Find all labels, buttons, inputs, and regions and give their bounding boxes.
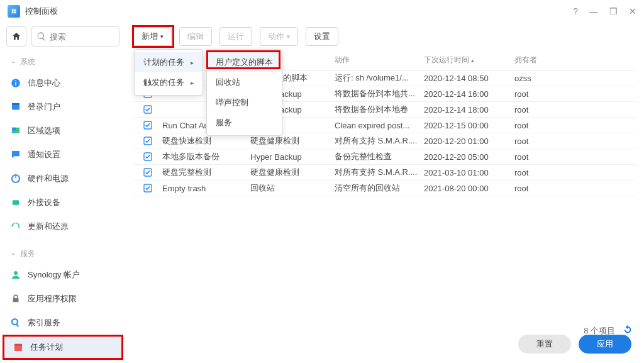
sidebar-item-info-center[interactable]: 信息中心 xyxy=(0,71,126,95)
cell-action: 对所有支持 S.M.A.R.... xyxy=(335,135,424,147)
sidebar-item-index-service[interactable]: 索引服务 xyxy=(0,311,126,335)
edit-button[interactable]: 编辑 xyxy=(179,27,212,46)
svg-rect-0 xyxy=(11,9,17,14)
globe-icon xyxy=(10,125,21,137)
cell-time: 2021-08-20 00:00 xyxy=(424,184,514,193)
sidebar-item-update-restore[interactable]: 更新和还原 xyxy=(0,215,126,238)
action-button[interactable]: 动作▾ xyxy=(260,27,298,46)
cell-time: 2020-12-20 01:00 xyxy=(424,137,514,146)
home-icon xyxy=(11,31,21,42)
dropdown-item-scheduled[interactable]: 计划的任务 ▸ xyxy=(135,52,203,72)
cell-owner: ozss xyxy=(514,74,565,83)
svg-rect-9 xyxy=(12,103,19,105)
new-button[interactable]: 新增▾ xyxy=(133,27,172,46)
scheduled-submenu: 用户定义的脚本 回收站 哔声控制 服务 xyxy=(206,49,282,136)
help-icon[interactable]: ? xyxy=(573,6,578,16)
cell-owner: root xyxy=(514,89,565,99)
cell-action: 对所有支持 S.M.A.R.... xyxy=(335,167,424,178)
sidebar-item-label: 登录门户 xyxy=(28,101,60,113)
portal-icon xyxy=(10,101,21,113)
cell-task: 本地多版本备份 xyxy=(162,151,250,162)
sidebar-item-synology-account[interactable]: Synology 帐户 xyxy=(0,263,126,287)
power-icon xyxy=(10,173,21,184)
cell-owner: root xyxy=(514,168,565,177)
submenu-item-service[interactable]: 服务 xyxy=(207,113,282,133)
svg-rect-11 xyxy=(12,128,16,131)
cell-action: Clean expired post... xyxy=(335,121,424,130)
sidebar-item-app-privileges[interactable]: 应用程序权限 xyxy=(0,287,126,311)
dropdown-item-triggered[interactable]: 触发的任务 ▸ xyxy=(135,72,203,92)
submenu-item-beep[interactable]: 哔声控制 xyxy=(207,92,282,113)
chevron-up-icon xyxy=(10,59,16,65)
checkbox-icon[interactable] xyxy=(143,104,153,114)
table-row[interactable]: Empty trash回收站清空所有的回收站2021-08-20 00:00ro… xyxy=(133,181,636,196)
run-button[interactable]: 运行 xyxy=(219,27,252,46)
cell-action: 将数据备份到本地卷 xyxy=(335,104,424,115)
submenu-item-recycle[interactable]: 回收站 xyxy=(207,72,282,92)
checkbox-icon[interactable] xyxy=(143,152,153,162)
col-action[interactable]: 动作 xyxy=(335,55,424,65)
cell-action: 运行: sh /volume1/... xyxy=(335,72,424,84)
minimize-icon[interactable]: — xyxy=(589,6,598,16)
svg-rect-16 xyxy=(13,298,19,303)
bottom-bar: 重置 应用 xyxy=(518,335,631,354)
sidebar-section-system[interactable]: 系统 xyxy=(0,53,126,71)
reset-button[interactable]: 重置 xyxy=(518,335,571,354)
task-table: 任务 应用程序 动作 下次运行时间▴ 拥有者 用户定义的脚本运行: sh /vo… xyxy=(126,50,644,196)
cell-time: 2020-12-14 08:50 xyxy=(424,74,514,83)
sidebar-item-label: 索引服务 xyxy=(28,317,60,328)
sidebar-item-label: Synology 帐户 xyxy=(28,269,80,281)
sidebar: 系统 信息中心 登录门户 区域选项 通知设置 硬件和电源 xyxy=(0,50,126,362)
sidebar-item-login-portal[interactable]: 登录门户 xyxy=(0,95,126,119)
sidebar-item-hardware-power[interactable]: 硬件和电源 xyxy=(0,167,126,191)
checkbox-icon[interactable] xyxy=(143,183,153,193)
sidebar-item-label: 区域选项 xyxy=(28,125,60,137)
toolbar: 新增▾ 编辑 运行 动作▾ 设置 xyxy=(126,23,644,50)
cell-app: 硬盘健康检测 xyxy=(250,167,335,178)
cell-action: 清空所有的回收站 xyxy=(335,182,424,194)
cell-time: 2020-12-20 05:00 xyxy=(424,152,514,162)
col-owner[interactable]: 拥有者 xyxy=(514,55,565,65)
sidebar-item-label: 应用程序权限 xyxy=(28,293,77,304)
new-dropdown: 计划的任务 ▸ 触发的任务 ▸ xyxy=(134,49,203,96)
cell-time: 2020-12-14 18:00 xyxy=(424,105,514,114)
checkbox-icon[interactable] xyxy=(143,120,153,130)
caret-down-icon: ▾ xyxy=(160,33,164,40)
chevron-up-icon xyxy=(10,251,16,257)
refresh-icon xyxy=(10,221,21,232)
chevron-right-icon: ▸ xyxy=(191,79,194,86)
account-icon xyxy=(10,269,21,281)
settings-button[interactable]: 设置 xyxy=(306,27,338,46)
sidebar-item-label: 更新和还原 xyxy=(28,221,69,232)
sidebar-item-external-devices[interactable]: 外接设备 xyxy=(0,191,126,215)
app-icon xyxy=(8,5,20,18)
svg-rect-20 xyxy=(14,344,22,346)
sidebar-item-regional[interactable]: 区域选项 xyxy=(0,119,126,143)
cell-app: 硬盘健康检测 xyxy=(250,135,335,147)
table-row[interactable]: 本地多版本备份Hyper Backup备份完整性检查2020-12-20 05:… xyxy=(133,149,636,165)
cell-owner: root xyxy=(514,184,565,193)
window-title: 控制面板 xyxy=(25,6,58,17)
svg-rect-7 xyxy=(15,81,16,82)
col-next-time[interactable]: 下次运行时间▴ xyxy=(424,55,514,65)
checkbox-icon[interactable] xyxy=(143,136,153,146)
search-icon xyxy=(36,31,47,42)
svg-rect-3 xyxy=(12,12,14,14)
home-button[interactable] xyxy=(6,26,26,47)
cell-action: 备份完整性检查 xyxy=(335,151,424,162)
submenu-item-user-script[interactable]: 用户定义的脚本 xyxy=(207,52,282,72)
apply-button[interactable]: 应用 xyxy=(579,335,631,354)
svg-point-15 xyxy=(14,271,18,275)
cell-owner: root xyxy=(514,105,565,114)
checkbox-icon[interactable] xyxy=(143,167,153,177)
maximize-icon[interactable]: ❐ xyxy=(609,6,618,16)
lock-icon xyxy=(10,293,21,304)
sidebar-item-task-scheduler[interactable]: 任务计划 xyxy=(3,335,123,360)
sidebar-item-notification[interactable]: 通知设置 xyxy=(0,143,126,167)
titlebar: 控制面板 ? — ❐ ✕ xyxy=(0,0,644,23)
close-icon[interactable]: ✕ xyxy=(629,6,636,16)
svg-rect-2 xyxy=(14,9,16,11)
sidebar-section-services[interactable]: 服务 xyxy=(0,245,126,263)
chevron-right-icon: ▸ xyxy=(191,59,194,66)
table-row[interactable]: 硬盘完整检测硬盘健康检测对所有支持 S.M.A.R....2021-03-10 … xyxy=(133,165,636,181)
